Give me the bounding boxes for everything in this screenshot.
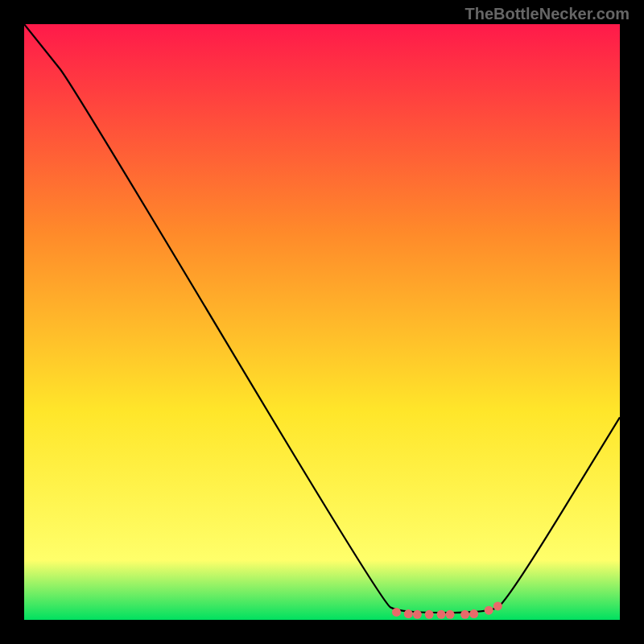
curve-dot [446,610,455,619]
plot-area [24,24,620,620]
curve-dot [485,606,493,615]
curve-dot [493,601,502,610]
curve-dot [469,609,478,618]
curve-dot [425,610,434,619]
chart-svg [24,24,620,620]
curve-dot [460,610,469,619]
curve-dot [404,609,413,618]
curve-dot [437,610,446,619]
curve-dot [413,610,422,619]
watermark-text: TheBottleNecker.com [464,5,630,23]
curve-dot [392,608,401,617]
gradient-background [24,24,620,620]
chart-container: TheBottleNecker.com [0,0,644,644]
